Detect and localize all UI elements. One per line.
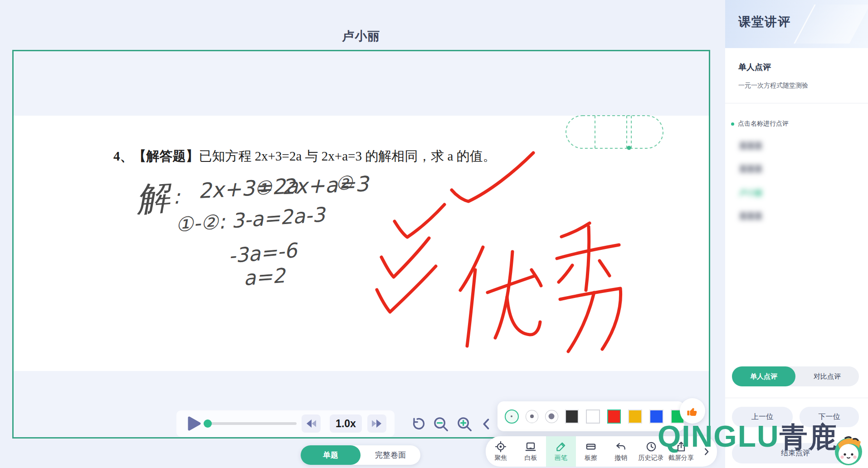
pen-size-medium[interactable]: [526, 410, 539, 423]
tool-whiteboard[interactable]: 白板: [516, 436, 546, 467]
progress-slider-knob[interactable]: [204, 419, 212, 428]
review-mode-heading: 单人点评: [738, 62, 771, 73]
reset-view-icon[interactable]: [409, 415, 426, 433]
zoom-out-icon[interactable]: [432, 415, 449, 433]
playback-speed-value: 1.0x: [336, 418, 356, 430]
student-item-1[interactable]: 某某某: [739, 141, 762, 151]
share-upload-icon: [675, 441, 687, 453]
grade-excellent-strokes: [460, 223, 621, 351]
hw-eq2: 2x+a=3: [281, 171, 371, 199]
next-student-button[interactable]: 下一位: [800, 407, 859, 427]
praise-bubble[interactable]: [680, 398, 705, 424]
student-hint: 点击名称进行点评: [731, 120, 789, 128]
sidebar-divider-top: [725, 103, 868, 103]
previous-student-button[interactable]: 上一位: [732, 407, 793, 427]
annotation-toolbar: 聚焦 白板 画笔 板擦: [486, 436, 717, 467]
focus-region-handle-dot[interactable]: [627, 146, 631, 150]
student-item-2[interactable]: 某某某: [739, 164, 762, 174]
quiz-name: 一元一次方程式随堂测验: [738, 82, 808, 90]
hw-step3: -3a=-6: [227, 239, 299, 268]
hw-eq2-mark: ②: [335, 172, 354, 195]
view-full-paper[interactable]: 完整卷面: [361, 445, 420, 465]
thumbs-up-icon: [686, 404, 699, 418]
chevron-right-icon: [702, 447, 712, 457]
step-backward-button[interactable]: [302, 414, 321, 433]
handwriting-layer: 解 : 2x+3=2a ① 2x+a=3 ② ①-②: 3-a=2a-3 -3a…: [14, 51, 709, 437]
student-item-4[interactable]: 某某某: [739, 211, 762, 221]
sidebar-divider-bottom: [725, 398, 868, 398]
pen-size-small[interactable]: [505, 410, 519, 424]
grade-excellent-text: 优秀: [463, 346, 472, 351]
progress-slider-track[interactable]: [204, 422, 297, 425]
zoom-in-icon[interactable]: [456, 415, 473, 433]
student-item-3-selected[interactable]: 卢小丽: [739, 188, 762, 198]
answer-canvas[interactable]: 4、【解答题】已知方程 2x+3=2a 与 2x+a=3 的解相同，求 a 的值…: [12, 50, 710, 439]
playback-speed-button[interactable]: 1.0x: [330, 414, 362, 433]
pen-settings-panel: [497, 401, 684, 431]
header-chevron-decoration: [794, 5, 868, 44]
tool-undo[interactable]: 撤销: [606, 436, 636, 467]
whiteboard-icon: [525, 441, 536, 453]
tool-focus[interactable]: 聚焦: [486, 436, 516, 467]
step-forward-button[interactable]: [367, 414, 386, 433]
playback-bar: 1.0x: [176, 410, 395, 437]
pen-icon: [555, 441, 567, 453]
review-mode-segmented: 单人点评 对比点评: [732, 366, 859, 386]
sidebar-header: 课堂讲评: [725, 0, 868, 48]
undo-icon: [615, 441, 627, 453]
tool-history[interactable]: 历史记录: [636, 436, 666, 467]
history-clock-icon: [645, 441, 657, 453]
mascot-avatar: [833, 433, 864, 466]
eraser-icon: [585, 441, 597, 453]
app-root: 卢小丽 4、【解答题】已知方程 2x+3=2a 与 2x+a=3 的解相同，求 …: [0, 0, 868, 468]
view-mode-toggle: 单题 完整卷面: [301, 445, 420, 465]
color-black[interactable]: [565, 410, 579, 424]
student-name-title: 卢小丽: [12, 28, 710, 44]
view-single-question[interactable]: 单题: [301, 445, 361, 465]
pen-size-large[interactable]: [545, 410, 558, 423]
color-yellow[interactable]: [628, 410, 642, 424]
tool-screenshot-share[interactable]: 截屏分享: [666, 436, 696, 467]
focus-region-dashed-outline: [566, 116, 663, 148]
hint-bullet-dot: [731, 122, 734, 126]
collapse-left-icon[interactable]: [479, 416, 494, 432]
color-blue[interactable]: [649, 410, 663, 424]
color-white[interactable]: [586, 410, 600, 424]
focus-target-icon: [495, 441, 507, 453]
hw-solve-label: 解: [134, 177, 174, 219]
toolbar-expand-button[interactable]: [696, 436, 717, 467]
hw-colon: :: [173, 185, 180, 208]
play-button[interactable]: [187, 416, 201, 431]
hw-step4: a=2: [243, 263, 287, 289]
hw-eq1-mark: ①: [254, 176, 273, 200]
hw-step2: ①-②: 3-a=2a-3: [175, 203, 327, 236]
segmented-compare-review[interactable]: 对比点评: [795, 366, 859, 386]
tool-eraser[interactable]: 板擦: [576, 436, 606, 467]
segmented-single-review[interactable]: 单人点评: [732, 366, 795, 386]
hint-text: 点击名称进行点评: [738, 120, 789, 128]
sidebar-title: 课堂讲评: [738, 14, 791, 30]
color-red[interactable]: [607, 410, 621, 424]
tool-pen[interactable]: 画笔: [546, 436, 576, 467]
